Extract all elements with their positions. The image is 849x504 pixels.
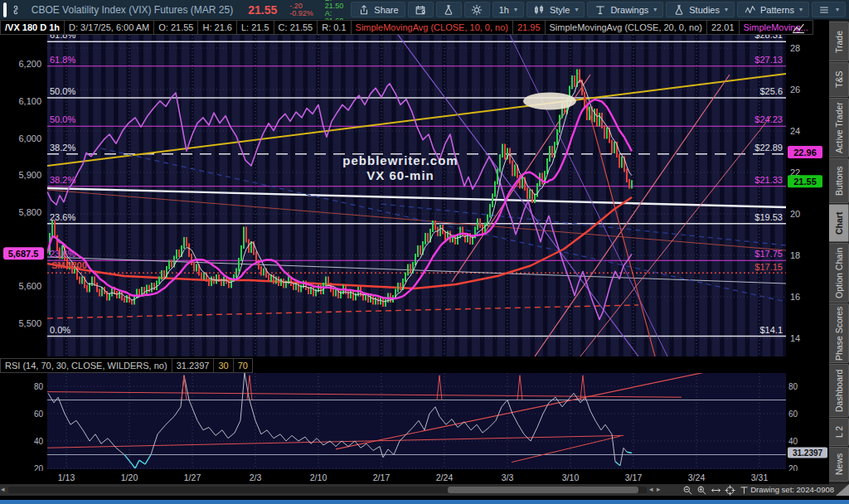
fib-price-label: $24.23	[754, 114, 783, 124]
price-axis-tick: 16	[790, 292, 800, 302]
price-axis-tick: 14	[790, 333, 800, 343]
sidebar-tab-t-s[interactable]: T&S	[829, 62, 849, 97]
change-percent: -0.92%	[289, 10, 313, 17]
fib-pct-label: 38.2%	[50, 175, 75, 185]
time-axis-label: 3/17	[625, 472, 642, 482]
studies-button[interactable]: Studies▾	[666, 2, 735, 17]
rsi-axis-tick: 80	[34, 382, 44, 391]
main-price-chart[interactable]: pebblewriter.comVX 60-min61.8%$28.3150.0…	[0, 35, 829, 358]
fib-price-label: $17.75	[754, 249, 783, 259]
price-axis-tick: 20	[790, 209, 800, 219]
ohlc-header-cell: D: 3/17/25, 6:00 AM	[65, 20, 154, 35]
fib-pct-label: 50.0%	[50, 114, 75, 124]
rsi-header-cell: 31.2397	[172, 358, 215, 373]
menu-button[interactable]: ▾	[812, 2, 846, 17]
rsi-axis-tick: 40	[788, 437, 798, 446]
bid-value: B: 21.50	[325, 0, 344, 10]
chart-style-icon[interactable]	[788, 22, 809, 36]
spx-last-badge-text: 5,687.5	[8, 249, 39, 259]
zoom-out-icon[interactable]	[682, 485, 693, 496]
time-axis-label: 3/24	[688, 472, 705, 482]
sidebar-tab-news[interactable]: News	[829, 447, 849, 482]
chart-plot-area[interactable]	[47, 35, 786, 356]
drawings-button[interactable]: Drawings▾	[587, 2, 663, 17]
analysis-button[interactable]	[436, 2, 462, 17]
timeframe-label: 1h	[499, 5, 509, 15]
red-level-label: $17.15	[754, 262, 783, 272]
share-label: Share	[374, 5, 398, 15]
spx-axis-tick: 5,500	[18, 318, 41, 328]
thinkorswim-window: /VX ▾ CBOE Volatility Index (VIX) Future…	[0, 0, 849, 504]
time-axis[interactable]: 1/131/201/272/32/102/172/243/33/103/173/…	[0, 471, 829, 484]
chart-scroll-row: ◂ ◂ ▸ Drawing set: 2024-0908	[0, 484, 849, 496]
time-axis-label: 1/20	[121, 472, 138, 482]
price-axis-tick: 18	[790, 250, 800, 260]
style-button[interactable]: Style▾	[526, 2, 585, 17]
fib-price-label: $28.31	[754, 35, 783, 40]
watermark-line2: VX 60-min	[366, 168, 434, 182]
fib-pct-label: 61.8%	[50, 35, 75, 40]
chart-scrollbar-handle[interactable]	[448, 487, 638, 493]
caret-down-icon: ▾	[653, 6, 657, 13]
scroll-page-left-icon[interactable]: ◂	[649, 485, 653, 493]
price-change: -.20 -0.92%	[285, 2, 318, 17]
fib-pct-label: 50.0%	[50, 86, 75, 96]
ohlc-header-cell: /VX 180 D 1h	[0, 20, 65, 35]
fib-pct-label: 61.8%	[50, 55, 75, 65]
symbol-input[interactable]: /VX ▾	[3, 2, 7, 17]
sidebar-tab-phase-scores[interactable]: Phase Scores	[829, 303, 849, 363]
sidebar-tab-l-2[interactable]: L 2	[829, 418, 849, 446]
patterns-button[interactable]: Patterns▾	[737, 2, 809, 17]
zoom-in-icon[interactable]	[696, 485, 707, 496]
rsi-axis-tick: 20	[34, 464, 44, 472]
pan-icon[interactable]	[711, 485, 721, 496]
watermark-line1: pebblewriter.com	[342, 153, 458, 167]
sidebar-tab-trade[interactable]: Trade	[829, 22, 849, 61]
fib-pct-label: 23.6%	[50, 249, 75, 259]
crosshair-icon[interactable]	[725, 485, 735, 496]
share-button[interactable]: Share	[351, 2, 405, 17]
calendar-button[interactable]	[408, 2, 434, 17]
rsi-study-header: RSI (14, 70, 30, CLOSE, WILDERS, no)31.2…	[0, 358, 829, 373]
spx-axis-tick: 5,800	[18, 207, 41, 217]
wave-icon	[744, 3, 756, 16]
time-axis-label: 3/31	[751, 472, 768, 482]
sidebar-tab-chart[interactable]: Chart	[829, 204, 849, 242]
resize-corner[interactable]	[836, 484, 849, 496]
scroll-left-icon[interactable]: ◂	[1, 485, 5, 493]
settings-button[interactable]	[464, 2, 490, 17]
studies-label: Studies	[689, 5, 720, 15]
rsi-axis-tick: 60	[788, 410, 798, 419]
sidebar-tab-buttons[interactable]: Buttons	[829, 158, 849, 203]
rsi-header-cell: RSI (14, 70, 30, CLOSE, WILDERS, no)	[0, 358, 172, 373]
flask-icon	[672, 3, 685, 16]
scroll-page-right-icon[interactable]: ▸	[657, 485, 661, 493]
drawing-set-label: Drawing set: 2024-0908	[750, 485, 834, 494]
rsi-panel[interactable]: 808060604040202031.2397	[0, 373, 829, 471]
rsi-axis-tick: 60	[34, 410, 44, 419]
last-price-badge-text: 22.96	[793, 148, 817, 158]
timeframe-button[interactable]: 1h▾	[492, 2, 524, 17]
fib-pct-label: 23.6%	[50, 212, 75, 222]
ohlc-header-cell: 22.01	[707, 20, 740, 35]
rsi-header-cell: 30	[214, 358, 233, 373]
patterns-label: Patterns	[760, 5, 794, 15]
text-tool-icon[interactable]	[739, 485, 750, 496]
link-icon[interactable]	[10, 2, 22, 17]
rsi-value-badge-text: 31.2397	[793, 448, 823, 458]
fib-pct-label: 38.2%	[50, 143, 75, 153]
time-axis-label: 3/10	[562, 472, 579, 482]
price-axis-tick: 24	[790, 126, 800, 136]
ohlc-header-cell: H: 21.6	[198, 20, 236, 35]
time-axis-label: 2/17	[373, 472, 390, 482]
rsi-axis-tick: 40	[34, 437, 44, 446]
sidebar-tab-dashboard[interactable]: Dashboard	[829, 364, 849, 417]
caret-down-icon: ▾	[725, 6, 728, 13]
sidebar-tab-active-trader[interactable]: Active Trader	[829, 98, 849, 158]
sidebar-tab-option-chain[interactable]: Option Chain	[829, 243, 849, 303]
ohlc-header-cell: SimpleMovingAvg (CLOSE, 20, 0, no)	[546, 20, 707, 35]
highlight-ellipse[interactable]	[523, 93, 576, 110]
style-label: Style	[550, 5, 570, 15]
share-icon	[357, 3, 370, 16]
rsi-axis-tick: 80	[788, 382, 798, 391]
